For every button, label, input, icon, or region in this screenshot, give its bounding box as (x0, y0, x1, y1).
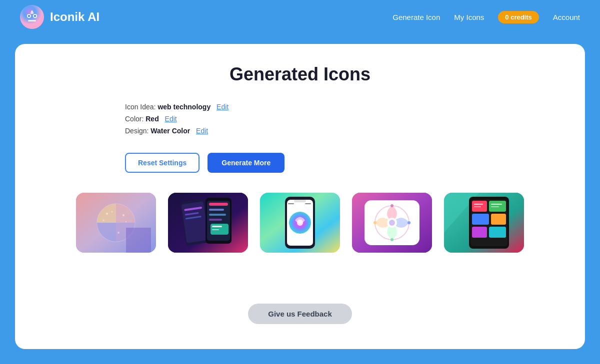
icon-idea-label: Icon Idea: (125, 103, 156, 111)
settings-section: Icon Idea: web technology Edit Color: Re… (125, 103, 475, 139)
feedback-button[interactable]: Give us Feedback (248, 304, 352, 324)
svg-point-36 (297, 220, 303, 226)
svg-point-10 (106, 213, 108, 215)
svg-rect-38 (288, 203, 294, 204)
design-label: Design: (125, 127, 148, 135)
generated-icon-1[interactable] (76, 193, 156, 253)
design-value: Water Color (150, 127, 190, 135)
svg-rect-30 (212, 226, 222, 227)
svg-rect-39 (305, 203, 311, 204)
generated-icon-2[interactable] (168, 193, 248, 253)
reset-settings-button[interactable]: Reset Settings (125, 153, 200, 173)
svg-point-47 (390, 238, 394, 241)
svg-rect-57 (472, 227, 487, 238)
button-row: Reset Settings Generate More (125, 153, 475, 173)
logo-icon (20, 5, 44, 29)
svg-point-15 (118, 232, 120, 234)
icon-idea-value: web technology (158, 103, 210, 111)
svg-point-14 (126, 221, 127, 223)
icon-idea-row: Icon Idea: web technology Edit (125, 103, 475, 111)
svg-rect-62 (491, 206, 499, 207)
svg-rect-26 (209, 209, 224, 211)
generated-icon-4[interactable] (352, 193, 432, 253)
svg-rect-60 (474, 206, 481, 207)
svg-rect-56 (491, 214, 506, 225)
generated-icon-5[interactable] (444, 193, 524, 253)
feedback-area: Give us Feedback (248, 299, 352, 324)
main-wrapper: Generated Icons Icon Idea: web technolog… (0, 34, 600, 364)
svg-rect-31 (212, 229, 219, 230)
svg-rect-61 (491, 204, 502, 205)
svg-rect-37 (294, 200, 306, 202)
page-title: Generated Icons (230, 64, 370, 85)
content-card: Generated Icons Icon Idea: web technolog… (15, 44, 585, 349)
svg-point-12 (103, 220, 104, 221)
design-row: Design: Water Color Edit (125, 127, 475, 135)
header: Iconik AI Generate Icon My Icons 0 credi… (0, 0, 600, 34)
generate-more-button[interactable]: Generate More (208, 153, 284, 173)
credits-badge[interactable]: 0 credits (498, 11, 538, 23)
svg-point-3 (28, 15, 30, 17)
svg-point-44 (389, 220, 395, 226)
logo-area: Iconik AI (20, 5, 100, 29)
svg-point-0 (20, 5, 44, 29)
color-label: Color: (125, 115, 144, 123)
app-title: Iconik AI (50, 10, 100, 24)
main-nav: Generate Icon My Icons 0 credits Account (392, 11, 580, 23)
nav-my-icons[interactable]: My Icons (454, 13, 484, 21)
generated-icon-3[interactable] (260, 193, 340, 253)
svg-point-48 (374, 221, 376, 224)
icons-grid (45, 193, 555, 253)
icon-idea-edit-link[interactable]: Edit (216, 103, 228, 111)
svg-rect-58 (489, 227, 506, 238)
svg-point-7 (31, 10, 33, 12)
svg-point-46 (408, 221, 410, 224)
svg-rect-28 (209, 219, 222, 221)
svg-point-11 (112, 211, 113, 213)
nav-account[interactable]: Account (553, 13, 580, 21)
svg-point-4 (34, 15, 36, 17)
color-edit-link[interactable]: Edit (165, 115, 177, 123)
svg-rect-55 (472, 214, 489, 225)
design-edit-link[interactable]: Edit (196, 127, 208, 135)
svg-point-45 (390, 204, 394, 207)
svg-rect-59 (474, 204, 483, 205)
svg-rect-27 (209, 214, 226, 216)
svg-rect-5 (28, 20, 36, 21)
nav-generate-icon[interactable]: Generate Icon (392, 13, 440, 21)
svg-rect-25 (209, 203, 228, 206)
svg-rect-16 (126, 228, 151, 253)
svg-point-13 (122, 214, 124, 216)
color-value: Red (146, 115, 158, 123)
color-row: Color: Red Edit (125, 115, 475, 123)
